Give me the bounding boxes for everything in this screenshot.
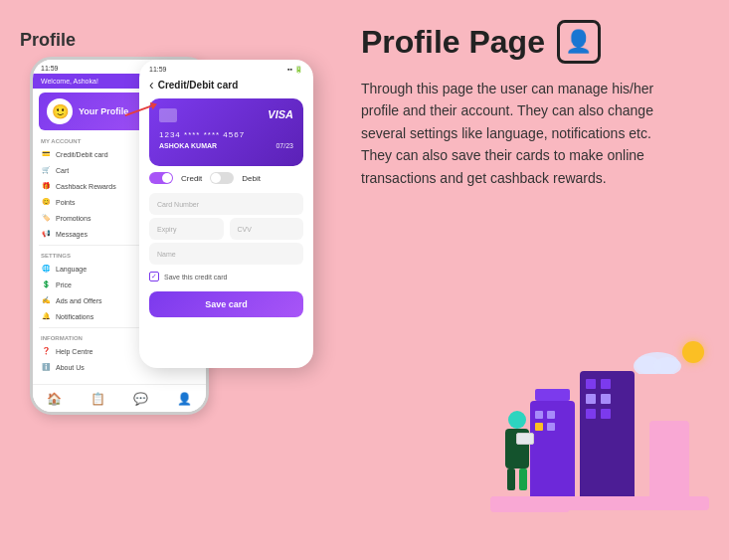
- building-tall: [580, 371, 635, 500]
- description-text: Through this page the user can manage hi…: [361, 78, 669, 189]
- person-legs: [498, 468, 536, 490]
- section-label: Profile: [20, 30, 229, 51]
- building-pink: [649, 421, 689, 500]
- title-row: Profile Page 👤: [361, 20, 709, 64]
- person-illustration: [498, 411, 536, 500]
- popup-time: 11:59: [149, 66, 167, 74]
- building-windows: [535, 411, 555, 431]
- promotions-icon: 🏷️: [41, 213, 51, 223]
- card-expiry: 07/23: [275, 142, 293, 149]
- save-checkbox-label: Save this credit card: [164, 274, 227, 280]
- save-checkbox-row[interactable]: ✓ Save this credit card: [139, 268, 313, 285]
- person-head: [508, 411, 526, 429]
- building-short: [530, 401, 575, 500]
- card-type-toggle: Credit Debit: [139, 166, 313, 190]
- popup-header: ‹ Credit/Debit card: [139, 77, 313, 98]
- card-popup: 11:59 ▪▪ 🔋 ‹ Credit/Debit card VISA 1234…: [139, 60, 313, 368]
- credit-toggle[interactable]: [149, 172, 173, 184]
- ads-icon: ✍️: [41, 295, 51, 305]
- credit-label: Credit: [181, 174, 202, 183]
- phone-time: 11:59: [41, 65, 59, 72]
- points-icon: 😊: [41, 197, 51, 207]
- card-holder-name: ASHOKA KUMAR: [159, 142, 217, 149]
- popup-status-bar: 11:59 ▪▪ 🔋: [139, 60, 313, 77]
- debit-toggle[interactable]: [210, 172, 234, 184]
- cashback-icon: 🎁: [41, 181, 51, 191]
- building-top: [535, 389, 570, 401]
- card-number-input[interactable]: Card Number: [149, 193, 303, 215]
- right-section: Profile Page 👤 Through this page the use…: [361, 20, 709, 189]
- expiry-cvv-row: Expiry CVV: [149, 218, 303, 240]
- card-number: 1234 **** **** 4567: [159, 130, 293, 139]
- save-checkbox[interactable]: ✓: [149, 272, 159, 281]
- popup-signal: ▪▪ 🔋: [287, 66, 303, 74]
- price-icon: 💲: [41, 280, 51, 289]
- orders-nav-icon[interactable]: 📋: [91, 392, 105, 406]
- profile-nav-icon[interactable]: 👤: [177, 392, 192, 406]
- bottom-nav: 🏠 📋 💬 👤: [33, 384, 206, 412]
- language-icon: 🌐: [41, 264, 51, 274]
- laptop-icon: [516, 433, 534, 445]
- help-icon: ❓: [41, 346, 51, 356]
- city-scene: [490, 331, 709, 540]
- expiry-input[interactable]: Expiry: [149, 218, 224, 240]
- messages-icon: 📢: [41, 229, 51, 239]
- notifications-icon: 🔔: [41, 311, 51, 321]
- visa-logo: VISA: [268, 108, 293, 120]
- page-title: Profile Page: [361, 24, 545, 61]
- creditcard-icon: 💳: [41, 149, 51, 159]
- cvv-input[interactable]: CVV: [230, 218, 304, 240]
- back-icon[interactable]: ‹: [149, 77, 154, 93]
- credit-card-visual: VISA 1234 **** **** 4567 ASHOKA KUMAR 07…: [149, 98, 303, 166]
- card-holder-row: ASHOKA KUMAR 07/23: [159, 142, 293, 149]
- illustration: [490, 331, 709, 540]
- cloud-icon: [630, 346, 684, 374]
- leg-right: [519, 468, 527, 490]
- chat-nav-icon[interactable]: 💬: [133, 392, 148, 406]
- leg-left: [507, 468, 515, 490]
- welcome-text: Welcome, Ashoka!: [41, 78, 98, 85]
- sun-icon: [682, 341, 704, 363]
- name-input[interactable]: Name: [149, 243, 303, 265]
- cart-icon: 🛒: [41, 165, 51, 175]
- about-icon: ℹ️: [41, 362, 51, 372]
- chip-icon: [159, 108, 177, 122]
- debit-label: Debit: [242, 174, 261, 183]
- profile-title-icon: 👤: [557, 20, 601, 64]
- avatar: 🙂: [47, 98, 73, 124]
- popup-title: Credit/Debit card: [158, 80, 239, 91]
- save-card-button[interactable]: Save card: [149, 291, 303, 317]
- home-nav-icon[interactable]: 🏠: [47, 392, 62, 406]
